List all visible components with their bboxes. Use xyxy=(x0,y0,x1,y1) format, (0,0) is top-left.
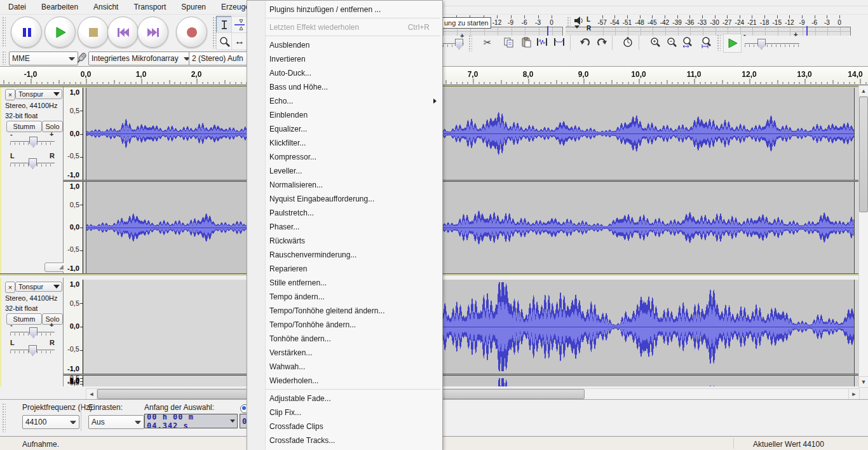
waveform-canvas-track2-ch2[interactable] xyxy=(83,376,858,386)
speed-slider-track[interactable] xyxy=(745,43,799,44)
menubar-item-ansicht[interactable]: Ansicht xyxy=(86,0,125,14)
menu-item-ausblenden[interactable]: Ausblenden xyxy=(248,38,442,52)
menu-item-phaser[interactable]: Phaser... xyxy=(248,220,442,234)
menu-item-klickfilter[interactable]: Klickfilter... xyxy=(248,136,442,150)
menu-separator xyxy=(266,18,440,18)
speaker-icon[interactable] xyxy=(574,17,584,25)
playback-meter-tick-label: -27 xyxy=(722,19,731,26)
menu-item-bass-und-höhe[interactable]: Bass und Höhe... xyxy=(248,80,442,94)
menubar-item-spuren[interactable]: Spuren xyxy=(174,0,213,14)
stopwatch-button[interactable] xyxy=(620,34,636,51)
copy-button[interactable] xyxy=(500,34,517,51)
menu-item-letzten-effekt-wiederholen[interactable]: Letzten Effekt wiederholenCtrl+R xyxy=(248,20,442,34)
menu-item-tempo-tonhöhe-ändern[interactable]: Tempo/Tonhöhe ändern... xyxy=(248,318,442,332)
playback-meter-tick-label: -42 xyxy=(660,19,669,26)
menu-item-equalizer[interactable]: Equalizer... xyxy=(248,122,442,136)
waveform-canvas-track1-ch1[interactable] xyxy=(83,88,858,180)
project-rate-select[interactable]: 44100 xyxy=(22,415,79,429)
ruler-value-label: 1,0 xyxy=(70,280,79,288)
zoom-tool-button[interactable] xyxy=(216,32,233,50)
play-button[interactable] xyxy=(44,17,76,48)
waveform-canvas-track2-ch1[interactable] xyxy=(83,280,858,374)
menu-item-invertieren[interactable]: Invertieren xyxy=(248,52,442,66)
redo-button[interactable] xyxy=(594,34,611,51)
playback-meter-tick xyxy=(727,15,728,18)
zoom-fit-button[interactable] xyxy=(698,34,715,51)
menu-item-tempo-ändern[interactable]: Tempo ändern... xyxy=(248,290,442,304)
menu-item-wahwah[interactable]: Wahwah... xyxy=(248,360,442,374)
menu-item-plugins-hinzufügen-entfernen[interactable]: Plugins hinzufügen / entfernen ... xyxy=(248,3,442,17)
track-close-button[interactable]: × xyxy=(5,282,15,293)
menu-item-rückwärts[interactable]: Rückwärts xyxy=(248,234,442,248)
silence-button[interactable] xyxy=(551,34,567,51)
meter-dropdown-icon[interactable] xyxy=(574,25,580,29)
record-meter-tick xyxy=(497,15,498,18)
playback-meter[interactable]: -57-54-51-48-45-42-39-36-33-30-27-24-21-… xyxy=(566,15,858,36)
menu-item-normalisieren[interactable]: Normalisieren... xyxy=(248,178,442,192)
magnifier-icon xyxy=(219,36,230,47)
zoom-out-button[interactable] xyxy=(663,34,680,51)
track-pan-slider-max-label: R xyxy=(50,152,55,160)
waveform-canvas-track1-ch2[interactable] xyxy=(83,182,858,273)
menu-item-leveller[interactable]: Leveller... xyxy=(248,164,442,178)
scroll-down-button[interactable]: ▼ xyxy=(858,376,868,388)
stop-button[interactable] xyxy=(78,17,109,48)
menu-item-verstärken[interactable]: Verstärken... xyxy=(248,346,442,360)
timeshift-tool-button[interactable]: ↔ xyxy=(231,32,248,50)
recording-device-select[interactable]: Integriertes Mikrofonarray xyxy=(88,51,193,65)
menu-item-tempo-tonhöhe-gleitend-ändern[interactable]: Tempo/Tonhöhe gleitend ändern... xyxy=(248,304,442,318)
menu-item-rauschenverminderung[interactable]: Rauschenverminderung... xyxy=(248,248,442,262)
menu-item-echo[interactable]: Echo... xyxy=(248,94,442,108)
selection-toolbar-grip[interactable] xyxy=(2,403,6,432)
scroll-right-button[interactable]: ► xyxy=(848,388,860,400)
menu-item-wiederholen[interactable]: Wiederholen... xyxy=(248,374,442,388)
transport-toolbar-grip[interactable] xyxy=(2,17,6,47)
record-button[interactable] xyxy=(176,17,207,48)
input-volume-slider-thumb[interactable] xyxy=(455,39,463,50)
snap-to-select[interactable]: Aus xyxy=(88,415,144,429)
menu-item-clip-fix[interactable]: Clip Fix... xyxy=(248,406,442,419)
forward-button[interactable] xyxy=(137,17,168,48)
track-close-button[interactable]: × xyxy=(5,89,15,100)
menu-item-adjustable-fade[interactable]: Adjustable Fade... xyxy=(248,392,442,406)
menubar-item-bearbeiten[interactable]: Bearbeiten xyxy=(34,0,85,14)
device-toolbar-grip[interactable] xyxy=(2,51,6,65)
menu-item-stille-entfernen[interactable]: Stille entfernen... xyxy=(248,276,442,290)
track-title-menu[interactable]: Tonspur xyxy=(15,89,62,99)
scroll-up-button[interactable]: ▲ xyxy=(858,85,868,97)
menu-item-crossfade-clips[interactable]: Crossfade Clips xyxy=(248,419,442,433)
ruler-value-label: -0,5 xyxy=(67,345,79,353)
menu-item-auto-duck[interactable]: Auto-Duck... xyxy=(248,66,442,80)
undo-button[interactable] xyxy=(576,34,593,51)
menubar-item-datei[interactable]: Datei xyxy=(1,0,33,14)
selection-start-field[interactable]: 00 h 00 m 04.342 s xyxy=(144,414,238,428)
pause-button[interactable] xyxy=(11,17,42,48)
envelope-tool-button[interactable] xyxy=(231,16,248,34)
channel-divider xyxy=(64,374,858,376)
menu-item-nyquist-eingabeaufforderung[interactable]: Nyquist Eingabeaufforderung... xyxy=(248,192,442,206)
rewind-button[interactable] xyxy=(107,17,139,48)
menu-item-label: Clip Fix... xyxy=(269,408,301,417)
menu-item-kompressor[interactable]: Kompressor... xyxy=(248,150,442,164)
edit-toolbar-grip[interactable] xyxy=(468,35,472,51)
cut-button[interactable]: ✂ xyxy=(480,34,496,51)
paste-button[interactable] xyxy=(518,34,534,51)
audio-host-select[interactable]: MME xyxy=(9,51,78,65)
menu-item-reparieren[interactable]: Reparieren xyxy=(248,262,442,276)
speed-slider-thumb[interactable] xyxy=(757,39,766,50)
menu-item-tonhöhe-ändern[interactable]: Tonhöhe ändern... xyxy=(248,332,442,346)
track-title-menu[interactable]: Tonspur xyxy=(15,282,62,292)
play-speed-toolbar-grip[interactable] xyxy=(717,34,721,51)
menu-item-crossfade-tracks[interactable]: Crossfade Tracks... xyxy=(248,433,442,447)
track-info-line2: 32-bit float xyxy=(5,304,37,312)
selection-tool-button[interactable] xyxy=(216,16,233,34)
menu-item-paulstretch[interactable]: Paulstretch... xyxy=(248,206,442,220)
trim-button[interactable] xyxy=(534,34,550,51)
scroll-left-button[interactable]: ◄ xyxy=(86,388,97,400)
vertical-scrollbar-thumb[interactable] xyxy=(859,97,868,212)
play-at-speed-button[interactable] xyxy=(723,34,742,53)
menubar-item-transport[interactable]: Transport xyxy=(126,0,173,14)
menu-item-einblenden[interactable]: Einblenden xyxy=(248,108,442,122)
zoom-selection-button[interactable] xyxy=(679,34,696,51)
zoom-in-button[interactable] xyxy=(647,34,663,51)
